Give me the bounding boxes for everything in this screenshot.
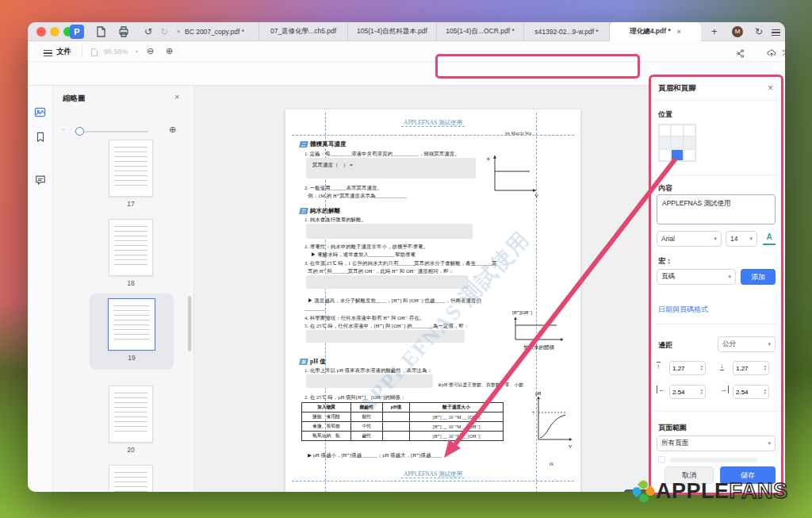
zoom-level: 96.56% xyxy=(104,48,128,56)
position-cell-bottom-center-selected[interactable] xyxy=(671,149,683,161)
panel-title: 頁眉和頁腳 xyxy=(658,83,696,94)
cloud-upload-icon[interactable] xyxy=(767,47,776,61)
add-macro-button[interactable]: 添加 xyxy=(741,269,776,285)
position-grid xyxy=(658,124,696,162)
stepper-arrows[interactable]: ▴▾ xyxy=(764,365,766,371)
stepper-arrows[interactable]: ▴▾ xyxy=(764,389,766,395)
date-page-format-link[interactable]: 日期與頁碼格式 xyxy=(658,305,708,315)
thumbnail-page-19-selected[interactable]: 19 xyxy=(90,294,174,370)
new-document-icon[interactable] xyxy=(94,25,107,38)
position-cell-bottom-left[interactable] xyxy=(659,149,671,161)
thumb-zoom-out-icon[interactable]: − xyxy=(61,125,65,133)
doc-tab[interactable]: s41392-02...9-w.pdf * xyxy=(524,22,610,41)
position-cell-bottom-right[interactable] xyxy=(684,149,695,161)
page-range-label: 頁面範圍 xyxy=(658,423,687,433)
svg-text:n: n xyxy=(487,155,490,162)
macro-label: 宏： xyxy=(658,256,672,267)
position-cell-body xyxy=(659,136,671,148)
font-size-select[interactable]: 14▾ xyxy=(726,231,757,247)
thumbnail-label: 20 xyxy=(109,446,153,454)
sync-icon[interactable]: ↻ xyxy=(753,25,765,38)
stepper-arrows[interactable]: ▴▾ xyxy=(701,365,703,371)
thumbnail-size-slider-track[interactable] xyxy=(74,131,148,132)
byline: by Marcia Wu xyxy=(505,131,531,136)
section-badge: 三 xyxy=(299,208,308,214)
margin-left-input[interactable]: 2.54 ▴▾ xyxy=(669,385,706,399)
doc-line: 2. 一般使用______表示莫耳濃度。 xyxy=(304,185,382,192)
divider xyxy=(82,45,82,57)
section-title: 三純水的解離 xyxy=(300,207,340,215)
svg-text:[H⁺][OH⁻]: [H⁺][OH⁻] xyxy=(512,310,532,315)
doc-line: 1. 定義：每________溶液中含有溶質的__________，簡稱莫耳濃度… xyxy=(304,151,460,158)
thumbnail-size-slider-knob[interactable] xyxy=(75,127,84,136)
margin-top-input[interactable]: 1.27 ▴▾ xyxy=(669,361,706,375)
divider xyxy=(655,175,779,175)
thumbnail-label: 17 xyxy=(109,200,153,208)
thumbnails-panel-icon[interactable] xyxy=(34,106,46,121)
margin-right-input[interactable]: 2.54 ▴▾ xyxy=(733,385,769,399)
answer-box xyxy=(306,275,469,289)
collapse-toolbar-icon[interactable] xyxy=(781,47,785,61)
close-tab-icon[interactable]: × xyxy=(677,28,681,36)
font-color-icon[interactable]: A xyxy=(763,232,776,245)
doc-line: 4. 科學家發現：任何水溶液中都有 H⁺ 與 OH⁻ 存在。 xyxy=(304,315,424,322)
thumbnail-page-18[interactable] xyxy=(109,219,153,276)
thumbnail-page-21[interactable] xyxy=(109,465,153,492)
thumbnails-panel: 縮略圖 × − ⊕ 17 18 19 20 xyxy=(53,86,194,492)
brand-word-fans: FANS xyxy=(730,479,788,504)
content-label: 內容 xyxy=(658,183,672,194)
close-panel-icon[interactable]: × xyxy=(174,92,179,102)
close-window-button[interactable] xyxy=(36,27,46,36)
thumb-zoom-in-icon[interactable]: ⊕ xyxy=(169,125,176,135)
zoom-out-icon[interactable]: ⊖ xyxy=(147,46,154,56)
content-input[interactable]: APPLEFNAS 測試使用 xyxy=(657,194,776,224)
bookmarks-panel-icon[interactable] xyxy=(35,132,46,146)
window-menu-icon[interactable] xyxy=(772,28,780,37)
position-cell-top-right[interactable] xyxy=(684,125,695,136)
answer-box xyxy=(306,224,473,239)
position-cell-top-left[interactable] xyxy=(659,125,671,136)
doc-tab[interactable]: BC 2007_copy.pdf * xyxy=(170,22,259,41)
doc-tab[interactable]: 105(1-4)自...OCR.pdf * xyxy=(437,22,524,41)
n-v-graph: n V xyxy=(485,149,541,198)
option-checkbox[interactable] xyxy=(658,456,665,463)
section-title: 四pH 值 xyxy=(300,358,326,366)
share-icon[interactable] xyxy=(736,47,745,61)
margin-unit-select[interactable]: 公分▾ xyxy=(718,336,776,352)
thumbnails-scrollbar[interactable] xyxy=(188,296,191,351)
thumbnail-page-20[interactable] xyxy=(109,386,153,443)
font-family-select[interactable]: Arial▾ xyxy=(657,231,722,247)
margin-bottom-icon: ↓ xyxy=(720,362,724,370)
sidebar-icon-strip xyxy=(28,86,53,492)
macro-select[interactable]: 頁碼▾ xyxy=(657,269,736,285)
undo-icon[interactable]: ↺ xyxy=(142,25,155,38)
account-avatar[interactable]: M xyxy=(732,26,743,37)
zoom-in-icon[interactable]: ⊕ xyxy=(166,46,173,56)
comments-panel-icon[interactable] xyxy=(35,175,46,189)
file-menu[interactable]: 文件 xyxy=(56,47,71,57)
minimize-window-button[interactable] xyxy=(50,27,59,36)
doc-tab[interactable]: 07_選修化學...ch5.pdf xyxy=(259,22,348,41)
redo-icon[interactable]: ↻ xyxy=(158,25,170,38)
page-header-text[interactable]: APPLEFNAS 測試使用 xyxy=(285,119,580,127)
page-footer-text[interactable]: APPLEFNAS 測試使用 xyxy=(285,470,580,478)
divider xyxy=(655,100,779,101)
doc-tab-active[interactable]: 理化總4.pdf * × xyxy=(610,22,701,41)
print-icon[interactable] xyxy=(117,25,130,38)
page-range-select[interactable]: 所有頁面▾ xyxy=(657,436,776,451)
pdf-page[interactable]: APPLEFNAS 測試使用 by Marcia Wu 二體積莫耳濃度 1. 定… xyxy=(285,109,580,492)
divider xyxy=(655,411,779,412)
thumbnail-page-17[interactable] xyxy=(109,140,153,197)
close-panel-icon[interactable]: × xyxy=(768,82,773,94)
page-view-icon[interactable] xyxy=(90,46,99,60)
new-tab-button[interactable]: + xyxy=(711,25,718,37)
doc-tab[interactable]: 105(1-4)自然科題本.pdf xyxy=(348,22,437,41)
svg-text:pH: pH xyxy=(535,391,542,396)
doc-line: ▶ 電解水時，通常會加入__________幫助導電 xyxy=(311,251,416,259)
position-cell-top-center[interactable] xyxy=(671,125,683,136)
stepper-arrows[interactable]: ▴▾ xyxy=(701,389,703,395)
doc-line: 例：1M 的 H⁺莫耳濃度表示為____________ xyxy=(308,193,407,200)
margin-bottom-input[interactable]: 1.27 ▴▾ xyxy=(733,361,769,375)
brand-word-apple: APPLE xyxy=(656,479,730,504)
zoom-chevron-icon[interactable]: ▾ xyxy=(136,48,138,54)
